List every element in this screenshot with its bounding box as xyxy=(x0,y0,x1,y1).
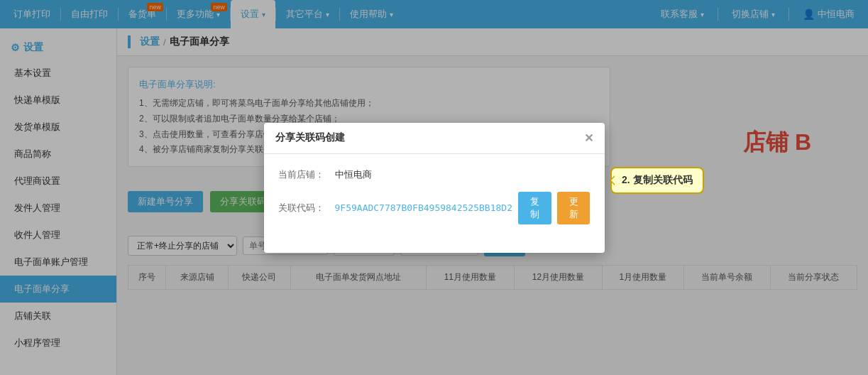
refresh-button[interactable]: 更新 xyxy=(557,192,590,224)
code-buttons-wrap: 复制 更新 2. 复制关联代码 xyxy=(518,192,590,224)
tooltip2-text: 2. 复制关联代码 xyxy=(622,174,693,187)
modal: 分享关联码创建 ✕ 当前店铺： 中恒电商 关联代码： 9F59AADC7787B… xyxy=(264,123,605,253)
current-store-value: 中恒电商 xyxy=(335,168,372,181)
code-area: 9F59AADC7787B0FB4959842525BB18D2 复制 更新 2… xyxy=(335,192,590,224)
modal-overlay[interactable]: 分享关联码创建 ✕ 当前店铺： 中恒电商 关联代码： 9F59AADC7787B… xyxy=(0,0,868,375)
copy-button[interactable]: 复制 xyxy=(518,192,551,224)
tooltip2-bubble: 2. 复制关联代码 xyxy=(610,167,704,194)
current-store-label: 当前店铺： xyxy=(278,168,335,181)
code-value: 9F59AADC7787B0FB4959842525BB18D2 xyxy=(335,202,512,213)
code-row: 关联代码： 9F59AADC7787B0FB4959842525BB18D2 复… xyxy=(278,192,590,224)
code-label: 关联代码： xyxy=(278,202,335,214)
modal-header: 分享关联码创建 ✕ xyxy=(264,123,605,154)
modal-title: 分享关联码创建 xyxy=(275,131,345,144)
modal-body: 当前店铺： 中恒电商 关联代码： 9F59AADC7787B0FB4959842… xyxy=(264,154,605,253)
close-icon[interactable]: ✕ xyxy=(584,131,593,145)
current-store-row: 当前店铺： 中恒电商 xyxy=(278,168,590,181)
